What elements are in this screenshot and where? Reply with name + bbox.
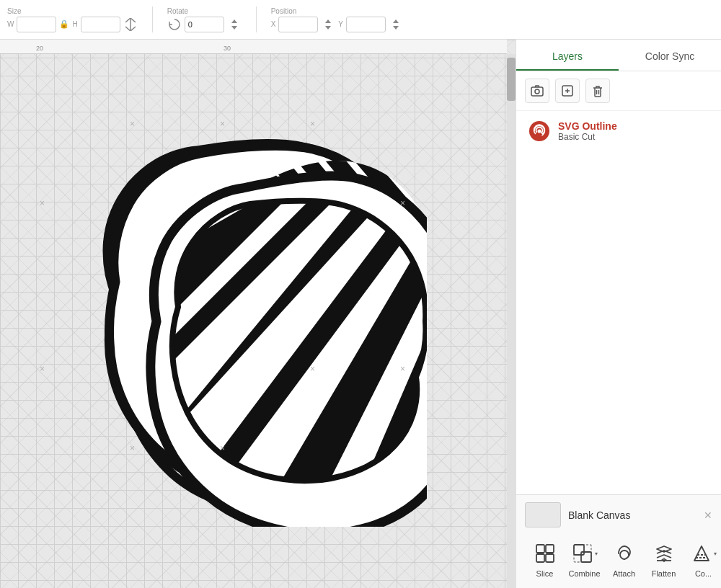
divider-2: [256, 6, 257, 32]
combine-dropdown-arrow: ▾: [595, 551, 598, 557]
x-input[interactable]: [278, 17, 318, 32]
x-label: X: [271, 20, 276, 28]
rotate-stepper[interactable]: [227, 17, 242, 32]
panel-spacer: [516, 151, 721, 494]
size-group: Size W 🔒 H: [7, 7, 138, 32]
attach-icon: [611, 540, 637, 566]
combine-label: Combine: [568, 569, 600, 578]
close-blank-canvas-button[interactable]: ✕: [704, 509, 712, 521]
flatten-button[interactable]: Flatten: [644, 540, 684, 578]
ruler-mark-30: 30: [224, 45, 231, 52]
layer-info: SVG Outline Basic Cut: [558, 120, 709, 142]
ruler-mark-20: 20: [36, 45, 43, 52]
w-label: W: [7, 20, 14, 28]
position-group: Position X Y: [271, 7, 403, 32]
svg-rect-59: [581, 552, 591, 562]
ruler-horizontal: 20 30: [0, 40, 507, 54]
add-layer-button[interactable]: [555, 79, 580, 103]
bottom-actions: Slice ▾ Combine: [525, 535, 712, 581]
layer-item[interactable]: SVG Outline Basic Cut: [516, 111, 721, 151]
divider-1: [152, 6, 153, 32]
slice-button[interactable]: Slice: [525, 540, 565, 578]
svg-rect-60: [574, 545, 591, 562]
attach-button[interactable]: Attach: [604, 540, 644, 578]
blank-canvas-label: Blank Canvas: [568, 509, 630, 521]
svg-rect-56: [536, 554, 544, 562]
combine-icon: ▾: [572, 540, 598, 566]
tab-color-sync[interactable]: Color Sync: [619, 43, 721, 71]
rotate-icon[interactable]: [167, 17, 182, 32]
contour-dropdown-arrow: ▾: [714, 551, 717, 557]
svg-point-46: [535, 89, 539, 94]
main-area: 20 30: [0, 40, 721, 588]
svg-rect-57: [546, 554, 554, 562]
blank-canvas-row: Blank Canvas ✕: [525, 502, 712, 527]
svg-rect-58: [574, 545, 584, 555]
position-x-stepper[interactable]: [321, 17, 335, 32]
svg-rect-45: [531, 87, 543, 96]
contour-icon: ▾: [691, 540, 717, 566]
scrollbar-thumb[interactable]: [507, 58, 516, 101]
slice-label: Slice: [536, 569, 554, 578]
bottom-panel: Blank Canvas ✕ Slice: [516, 494, 721, 588]
canvas-content: [0, 54, 507, 588]
position-label: Position: [271, 7, 297, 15]
layer-type: Basic Cut: [558, 132, 709, 142]
panel-toolbar: [516, 71, 721, 111]
canvas-area[interactable]: 20 30: [0, 40, 516, 588]
final-logo: [150, 176, 426, 527]
vertical-scrollbar[interactable]: [507, 54, 516, 588]
y-input[interactable]: [346, 17, 386, 32]
rotate-group: Rotate: [167, 7, 242, 32]
main-toolbar: Size W 🔒 H Rotate Position X: [0, 0, 721, 40]
blank-canvas-preview: [525, 502, 561, 527]
svg-rect-55: [546, 545, 554, 553]
contour-label: Co...: [695, 569, 712, 578]
design-svg[interactable]: [81, 116, 427, 527]
h-label: H: [72, 20, 77, 28]
delete-layer-button[interactable]: [585, 79, 610, 103]
y-label: Y: [338, 20, 343, 28]
position-y-stepper[interactable]: [389, 17, 403, 32]
rotate-input[interactable]: [185, 17, 224, 32]
size-label: Size: [7, 7, 21, 15]
contour-button[interactable]: ▾ Co...: [684, 540, 721, 578]
rotate-label: Rotate: [167, 7, 188, 15]
svg-rect-54: [536, 545, 544, 553]
slice-icon: [532, 540, 558, 566]
width-input[interactable]: [17, 17, 56, 32]
panel-tabs: Layers Color Sync: [516, 40, 721, 71]
flatten-label: Flatten: [652, 569, 676, 578]
height-input[interactable]: [81, 17, 120, 32]
layer-icon: [528, 120, 551, 143]
lock-icon: 🔒: [59, 19, 69, 29]
flatten-icon: [651, 540, 677, 566]
combine-button[interactable]: ▾ Combine: [565, 540, 604, 578]
layer-name: SVG Outline: [558, 120, 709, 132]
attach-label: Attach: [613, 569, 635, 578]
size-arrows-icon: [123, 17, 138, 32]
svg-point-53: [538, 130, 541, 133]
tab-layers[interactable]: Layers: [516, 43, 619, 71]
snapshot-button[interactable]: [525, 79, 549, 103]
right-panel: Layers Color Sync: [516, 40, 721, 588]
